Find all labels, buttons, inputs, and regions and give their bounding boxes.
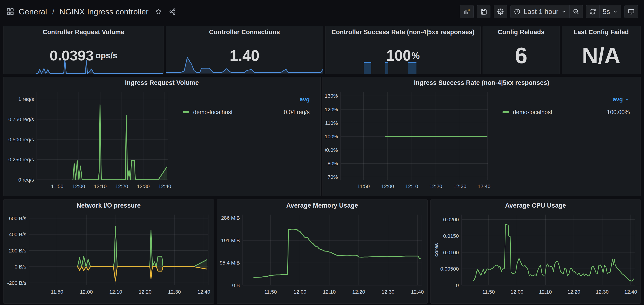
svg-text:12:00: 12:00 bbox=[381, 183, 394, 189]
svg-text:11:50: 11:50 bbox=[264, 289, 277, 295]
time-range-picker[interactable]: Last 1 hour bbox=[510, 5, 570, 18]
svg-text:0.00500: 0.00500 bbox=[440, 266, 459, 272]
svg-text:1 req/s: 1 req/s bbox=[18, 96, 34, 102]
legend-aggregation-header[interactable]: avg bbox=[183, 96, 310, 103]
svg-text:120%: 120% bbox=[325, 107, 338, 112]
svg-text:191 MiB: 191 MiB bbox=[221, 238, 240, 243]
legend-row: demo-localhost 0.04 req/s bbox=[183, 109, 310, 116]
refresh-button[interactable] bbox=[586, 5, 600, 18]
svg-text:12:20: 12:20 bbox=[430, 183, 442, 189]
cycle-view-mode-button[interactable] bbox=[624, 5, 638, 18]
network-io-chart: 11:5012:0012:1012:2012:3012:40600 B/s400… bbox=[6, 212, 212, 297]
header: General / NGINX Ingress controller bbox=[0, 0, 644, 23]
stat-value: 100 % bbox=[326, 26, 480, 74]
chevron-down-icon bbox=[613, 9, 618, 14]
ingress-request-volume-chart: 11:5012:0012:1012:2012:3012:401 req/s0.7… bbox=[6, 89, 171, 191]
svg-text:130%: 130% bbox=[325, 93, 338, 99]
zoom-out-button[interactable] bbox=[570, 5, 583, 18]
series-value: 100.00% bbox=[607, 109, 630, 116]
svg-text:11:50: 11:50 bbox=[51, 289, 63, 295]
breadcrumb-folder[interactable]: General bbox=[18, 7, 47, 16]
svg-text:12:20: 12:20 bbox=[352, 289, 365, 295]
chevron-down-icon bbox=[561, 9, 566, 14]
stat-value: 1.40 bbox=[166, 26, 323, 74]
svg-text:95.4 MiB: 95.4 MiB bbox=[220, 260, 240, 266]
time-controls: Last 1 hour bbox=[510, 5, 583, 18]
svg-text:12:20: 12:20 bbox=[568, 289, 580, 295]
stat-value: 0.0393 ops/s bbox=[4, 26, 164, 74]
svg-text:200 B/s: 200 B/s bbox=[9, 248, 26, 254]
panel-average-cpu-usage: Average CPU Usage 11:5012:0012:1012:2012… bbox=[430, 199, 641, 304]
dashboard-title[interactable]: NGINX Ingress controller bbox=[60, 7, 149, 16]
panel-title[interactable]: Average Memory Usage bbox=[217, 202, 428, 209]
svg-text:0.0100: 0.0100 bbox=[443, 250, 459, 256]
svg-text:100%: 100% bbox=[325, 134, 338, 139]
panel-controller-request-volume: Controller Request Volume 0.0393 ops/s bbox=[3, 26, 164, 74]
svg-text:12:10: 12:10 bbox=[539, 289, 552, 295]
svg-text:12:40: 12:40 bbox=[411, 289, 424, 295]
svg-text:0.0200: 0.0200 bbox=[443, 217, 459, 223]
panel-average-memory-usage: Average Memory Usage 11:5012:0012:1012:2… bbox=[217, 199, 428, 304]
svg-text:12:10: 12:10 bbox=[323, 289, 336, 295]
panel-network-io-pressure: Network I/O pressure 11:5012:0012:1012:2… bbox=[3, 199, 214, 304]
svg-text:12:30: 12:30 bbox=[137, 183, 150, 189]
panel-controller-success-rate: Controller Success Rate (non-4|5xx respo… bbox=[325, 26, 481, 74]
series-value: 0.04 req/s bbox=[284, 109, 310, 116]
svg-text:12:20: 12:20 bbox=[116, 183, 128, 189]
panel-title[interactable]: Ingress Request Volume bbox=[4, 79, 320, 86]
grafana-dashboard: { "colors": { "green": "#73BF69", "yello… bbox=[0, 0, 644, 305]
svg-text:11:50: 11:50 bbox=[357, 183, 370, 189]
panel-controller-connections: Controller Connections 1.40 bbox=[166, 26, 324, 74]
svg-text:12:00: 12:00 bbox=[294, 289, 306, 295]
svg-text:-200 B/s: -200 B/s bbox=[7, 280, 26, 286]
panel-title[interactable]: Ingress Success Rate (non-4|5xx response… bbox=[323, 79, 640, 86]
svg-text:12:40: 12:40 bbox=[624, 289, 637, 295]
panel-title[interactable]: Network I/O pressure bbox=[4, 202, 214, 209]
svg-text:0.250 req/s: 0.250 req/s bbox=[8, 157, 34, 163]
legend-row: demo-localhost 100.00% bbox=[502, 109, 630, 116]
dashboard-settings-button[interactable] bbox=[494, 5, 507, 18]
svg-text:12:00: 12:00 bbox=[511, 289, 524, 295]
svg-text:12:30: 12:30 bbox=[168, 289, 181, 295]
svg-text:12:10: 12:10 bbox=[94, 183, 106, 189]
chevron-down-icon bbox=[625, 97, 630, 102]
svg-text:80%: 80% bbox=[328, 161, 338, 166]
svg-text:11:50: 11:50 bbox=[482, 289, 495, 295]
svg-text:90.0%: 90.0% bbox=[325, 147, 338, 153]
panel-title[interactable]: Average CPU Usage bbox=[431, 202, 640, 209]
svg-text:12:40: 12:40 bbox=[478, 183, 490, 189]
panel-ingress-request-volume: Ingress Request Volume 11:5012:0012:1012… bbox=[3, 77, 320, 196]
series-swatch bbox=[502, 111, 509, 113]
dashboards-grid-icon[interactable] bbox=[6, 7, 14, 16]
save-dashboard-button[interactable] bbox=[477, 5, 490, 18]
svg-text:0 req/s: 0 req/s bbox=[18, 177, 34, 183]
cpu-usage-chart: 11:5012:0012:1012:2012:3012:400.02000.01… bbox=[433, 212, 638, 297]
clock-icon bbox=[514, 8, 521, 15]
panel-config-reloads: Config Reloads 6 bbox=[482, 26, 560, 74]
svg-text:12:20: 12:20 bbox=[139, 289, 152, 295]
series-swatch bbox=[183, 111, 190, 113]
legend-aggregation-header[interactable]: avg bbox=[502, 96, 630, 103]
share-icon[interactable] bbox=[169, 8, 176, 15]
svg-text:12:30: 12:30 bbox=[596, 289, 609, 295]
series-name[interactable]: demo-localhost bbox=[513, 109, 552, 116]
add-panel-button[interactable] bbox=[460, 5, 474, 18]
svg-text:12:10: 12:10 bbox=[109, 289, 122, 295]
series-name[interactable]: demo-localhost bbox=[193, 109, 233, 116]
stat-value: 6 bbox=[483, 26, 560, 74]
panel-ingress-success-rate: Ingress Success Rate (non-4|5xx response… bbox=[322, 77, 641, 196]
svg-text:0.0150: 0.0150 bbox=[443, 233, 459, 239]
panel-last-config-failed: Last Config Failed N/A bbox=[562, 26, 641, 74]
refresh-interval-picker[interactable]: 5s bbox=[600, 5, 621, 18]
svg-text:0.500 req/s: 0.500 req/s bbox=[8, 137, 34, 142]
svg-text:11:50: 11:50 bbox=[51, 183, 63, 189]
refresh-controls: 5s bbox=[586, 5, 621, 18]
svg-text:12:00: 12:00 bbox=[80, 289, 93, 295]
toolbar: Last 1 hour 5s bbox=[460, 5, 638, 18]
svg-text:0 B: 0 B bbox=[232, 283, 240, 288]
svg-text:cores: cores bbox=[434, 243, 439, 257]
svg-text:12:10: 12:10 bbox=[405, 183, 418, 189]
star-icon[interactable] bbox=[155, 8, 162, 15]
svg-text:286 MiB: 286 MiB bbox=[221, 215, 240, 221]
svg-text:12:40: 12:40 bbox=[198, 289, 210, 295]
